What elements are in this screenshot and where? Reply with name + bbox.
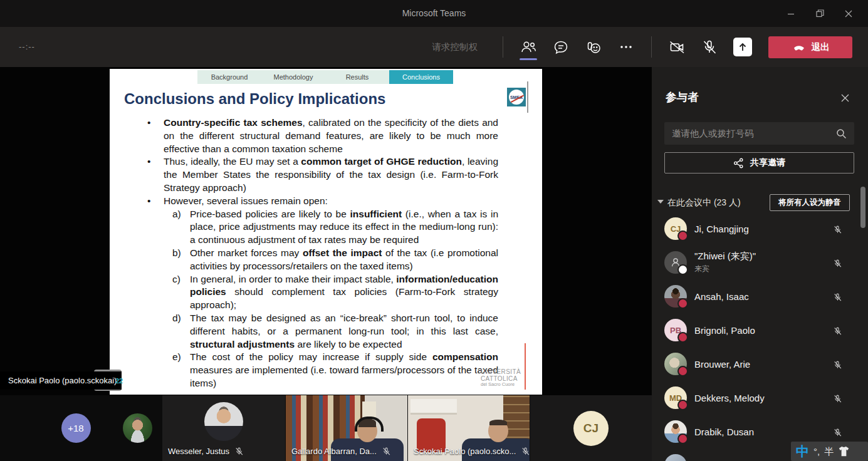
- mic-off-button[interactable]: [699, 33, 719, 61]
- participant-avatar: [664, 285, 687, 308]
- participant-name-block: Dekkers, Melody: [694, 381, 765, 415]
- people-icon: [519, 38, 538, 56]
- slide-bullet: e)The cost of the policy may increase if…: [110, 351, 498, 390]
- presenter-name-label: Sckokai Paolo (paolo.sckokai): [0, 371, 122, 390]
- raise-hand-icon: [584, 38, 603, 56]
- participant-name-block: Ansah, Isaac: [694, 279, 749, 313]
- ime-mode-indicator[interactable]: °,: [813, 447, 820, 456]
- overflow-participants[interactable]: +18: [39, 395, 113, 461]
- video-tile[interactable]: Wesseler, Justus: [162, 395, 285, 461]
- participant-muted-mic[interactable]: [832, 359, 843, 373]
- share-invite-label: 共享邀请: [750, 157, 785, 168]
- share-invite-button[interactable]: 共享邀请: [664, 152, 854, 174]
- teams-window: Microsoft Teams --:-- 请求控制权: [0, 0, 868, 461]
- muted-mic-icon: [832, 427, 843, 438]
- presence-dot: [677, 400, 688, 410]
- minimize-button[interactable]: [776, 0, 805, 27]
- ellipsis-icon: [617, 38, 635, 56]
- participant-muted-mic[interactable]: [832, 257, 843, 272]
- tile-name-label: Sckokai Paolo (paolo.scko...: [414, 445, 530, 457]
- participant-name: Drabik, Dusan: [694, 427, 754, 437]
- share-invite-icon: [733, 158, 744, 168]
- presence-dot: [677, 433, 688, 444]
- ime-language-indicator[interactable]: 中: [796, 445, 809, 458]
- shared-slide: BackgroundMethodologyResultsConclusions …: [110, 69, 542, 395]
- participant-name: Dekkers, Melody: [694, 393, 765, 403]
- minimize-icon: [787, 10, 795, 18]
- panel-scrollbar[interactable]: [860, 187, 865, 228]
- video-tile[interactable]: Sckokai Paolo (paolo.scko...: [407, 395, 530, 461]
- hangup-icon: [792, 39, 807, 54]
- slide-bullet: d)The tax may be designed as an “ice-bre…: [110, 312, 498, 351]
- chat-icon: [552, 38, 570, 56]
- participant-row[interactable]: MDDekkers, Melody: [652, 381, 868, 415]
- slide-tab-results: Results: [325, 70, 389, 84]
- participant-name: Brignoli, Paolo: [694, 325, 755, 336]
- close-panel-button[interactable]: [839, 92, 850, 103]
- participant-filmstrip: +18 Wesseler, JustusGallardo Albarran, D…: [0, 395, 652, 461]
- restore-icon: [816, 9, 824, 18]
- leave-label: 退出: [812, 41, 830, 53]
- presence-dot: [677, 366, 688, 376]
- tile-name-label: Gallardo Albarran, Da...: [291, 445, 392, 457]
- presence-dot: [677, 332, 688, 343]
- camera-off-button[interactable]: [667, 33, 687, 61]
- participant-muted-mic[interactable]: [832, 224, 843, 238]
- share-tray-button[interactable]: [733, 38, 752, 56]
- ime-toolbar[interactable]: 中°,半: [791, 442, 868, 461]
- muted-mic-icon: [832, 291, 843, 303]
- chat-button[interactable]: [551, 33, 571, 61]
- filmstrip-spacer: [0, 395, 39, 461]
- chevron-down-icon[interactable]: [657, 200, 664, 204]
- in-meeting-section: 在此会议中 (23 人) 将所有人设为静音: [652, 194, 868, 212]
- participant-muted-mic[interactable]: [832, 427, 843, 441]
- filmstrip-avatar[interactable]: [113, 395, 162, 461]
- reactions-button[interactable]: [583, 33, 604, 61]
- slide-bullet: •However, several issues remain open:: [110, 195, 498, 208]
- muted-mic-icon: [832, 224, 843, 236]
- participant-row[interactable]: CJJi, Changjing: [652, 212, 868, 246]
- participant-row[interactable]: Brouwer, Arie: [652, 347, 868, 381]
- slide-tab-background: Background: [197, 70, 261, 84]
- muted-mic-icon: [832, 393, 843, 405]
- more-options-button[interactable]: [616, 33, 636, 61]
- participants-button[interactable]: [518, 33, 538, 61]
- participant-row[interactable]: Ansah, Isaac: [652, 279, 868, 313]
- camera-off-icon: [667, 38, 686, 56]
- participant-name: "Zhiwei (来宾)": [694, 251, 756, 262]
- ucsc-logo-line: [525, 343, 526, 390]
- avatar-tile[interactable]: CJ: [530, 395, 652, 461]
- participant-avatar: CJ: [664, 217, 687, 240]
- avatar: [204, 402, 243, 441]
- participant-avatar: PB: [664, 319, 687, 341]
- participant-muted-mic[interactable]: [832, 325, 843, 339]
- participant-muted-mic[interactable]: [832, 291, 843, 306]
- muted-mic-icon: [832, 325, 843, 337]
- participant-name: Brouwer, Arie: [694, 359, 750, 370]
- slide-decorative-line: [527, 81, 528, 113]
- search-icon: [836, 128, 847, 139]
- video-tile[interactable]: Gallardo Albarran, Da...: [285, 395, 407, 461]
- participant-row[interactable]: PBBrignoli, Paolo: [652, 313, 868, 347]
- slide-bullet-list: •Country-specific tax schemes, calibrate…: [110, 117, 498, 390]
- mute-all-button[interactable]: 将所有人设为静音: [770, 194, 850, 211]
- participant-name-block: Drabik, Dusan: [694, 415, 754, 448]
- search-placeholder: 邀请他人或拨打号码: [672, 128, 836, 140]
- leave-button[interactable]: 退出: [768, 36, 852, 58]
- invite-search-input[interactable]: 邀请他人或拨打号码: [664, 122, 854, 145]
- close-button[interactable]: [834, 0, 863, 27]
- share-screen-icon: [737, 41, 748, 53]
- participant-name-block: "Zhiwei (来宾)"来宾: [694, 246, 756, 279]
- call-timer: --:--: [19, 42, 35, 51]
- participants-panel: 参与者 邀请他人或拨打号码 共享邀请 在此会议中 (23 人) 将所有人设为静音…: [652, 67, 868, 461]
- participant-row[interactable]: "Zhiwei (来宾)"来宾: [652, 246, 868, 279]
- restore-button[interactable]: [805, 0, 834, 27]
- participant-muted-mic[interactable]: [832, 393, 843, 407]
- slide-title: Conclusions and Policy Implications: [124, 90, 385, 108]
- ime-skin-icon[interactable]: [838, 446, 850, 457]
- window-titlebar: Microsoft Teams: [0, 0, 868, 27]
- avatar: [123, 413, 152, 443]
- request-control-button[interactable]: 请求控制权: [432, 41, 478, 53]
- ime-mode-indicator[interactable]: 半: [824, 447, 834, 456]
- participant-avatar: MD: [664, 386, 687, 409]
